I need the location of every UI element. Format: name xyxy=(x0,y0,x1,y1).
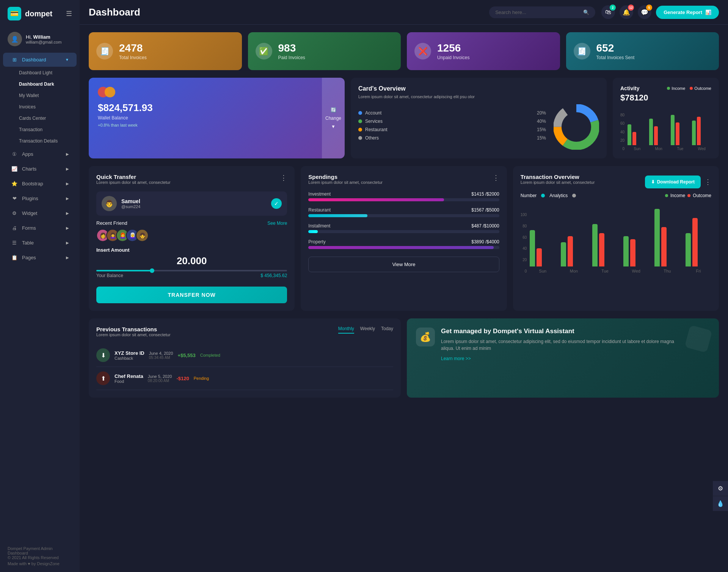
prev-transactions-card: Previous Transactions Lorem ipsum dolor … xyxy=(89,318,401,398)
sidebar-item-label: Charts xyxy=(22,166,36,172)
transfer-now-button[interactable]: TRANSFER NOW xyxy=(96,287,287,303)
progress-fill xyxy=(308,214,367,217)
bell-button[interactable]: 🔔 12 xyxy=(620,5,633,19)
download-report-button[interactable]: ⬇ Download Report xyxy=(645,176,701,188)
paid-invoices-number: 983 xyxy=(278,42,305,54)
generate-report-button[interactable]: Generate Report 📊 xyxy=(656,6,719,19)
donut-row: Account 20% Services 40% Restaurant 15% xyxy=(358,104,599,150)
nav-sub-item-cards[interactable]: Cards Center xyxy=(0,113,80,124)
balance-label: Your Balance xyxy=(96,273,123,278)
nav-sub-item-transaction-details[interactable]: Transaction Details xyxy=(0,135,80,147)
bar-green xyxy=(628,124,631,145)
bar-label-tue: Tue xyxy=(671,147,690,151)
tx-name: Chef Renata xyxy=(115,373,143,379)
widget-icon: ⚙ xyxy=(11,210,18,216)
activity-chart-area: 80 60 40 20 0 xyxy=(620,107,711,151)
va-learn-more-link[interactable]: Learn more >> xyxy=(441,356,471,361)
sidebar-item-label: Table xyxy=(22,240,34,246)
download-label: Download Report xyxy=(657,179,695,185)
see-all-link[interactable]: See More xyxy=(267,221,287,226)
chevron-right-icon: ▶ xyxy=(66,255,69,260)
tx-dots-menu[interactable]: ⋮ xyxy=(704,178,711,186)
sidebar-item-charts[interactable]: 📈 Charts ▶ xyxy=(3,162,77,176)
view-more-button[interactable]: View More xyxy=(308,257,499,272)
contact-handle: @sum224 xyxy=(121,204,140,209)
income-dot xyxy=(667,87,670,90)
bar-red xyxy=(537,248,542,266)
range-slider[interactable] xyxy=(96,270,287,271)
stat-cards: 🧾 2478 Total Invoices ✅ 983 Paid Invoice… xyxy=(89,32,719,70)
sidebar-item-label: Dashboard xyxy=(22,57,46,63)
chevron-down-icon: ▼ xyxy=(65,58,69,62)
sidebar-item-dashboard[interactable]: ⊞ Dashboard ▼ xyxy=(3,53,77,67)
contact-item: 👨 Samuel @sum224 ✓ xyxy=(96,191,287,216)
tx-amount: +$5,553 xyxy=(177,353,195,358)
theme-float-button[interactable]: 💧 xyxy=(713,496,728,511)
sidebar-item-bootstrap[interactable]: ⭐ Bootstrap ▶ xyxy=(3,177,77,191)
tab-weekly[interactable]: Weekly xyxy=(360,326,375,334)
sidebar-item-label: Forms xyxy=(22,225,36,231)
bar-chart xyxy=(628,107,711,145)
bag-badge: 2 xyxy=(610,5,616,11)
progress-bar xyxy=(308,198,499,201)
tx-sub: Cashback xyxy=(115,356,144,360)
nav-sub-item-dashboard-dark[interactable]: Dashboard Dark xyxy=(0,78,80,90)
spendings-card: Spendings Lorem ipsum dolor sit amet, co… xyxy=(301,166,507,311)
sidebar-item-plugins[interactable]: ❤ Plugins ▶ xyxy=(3,191,77,205)
dots-menu-button[interactable]: ⋮ xyxy=(280,174,287,182)
contact-details: Samuel @sum224 xyxy=(121,198,140,209)
spendings-dots-menu[interactable]: ⋮ xyxy=(493,174,499,182)
bar-label-mon: Mon xyxy=(561,269,587,273)
user-details: Hi, William william@gmail.com xyxy=(26,34,61,44)
tx-toggles: Number Analytics Income Outcome xyxy=(521,193,711,198)
tab-today[interactable]: Today xyxy=(381,326,393,334)
sidebar-item-apps[interactable]: ① Apps ▶ xyxy=(3,147,77,161)
change-button[interactable]: 🔄 Change ▼ xyxy=(322,78,345,158)
spending-item-installment: Installment $487 /$10000 xyxy=(308,223,499,233)
sidebar-item-widget[interactable]: ⚙ Widget ▶ xyxy=(3,206,77,220)
transaction-overview-card: Transaction Overview Lorem ipsum dolor s… xyxy=(513,166,719,311)
va-content: Get managed by Dompet's Virtual Assistan… xyxy=(441,328,681,361)
big-chart-area: 100 80 60 40 20 0 xyxy=(521,201,711,273)
bag-button[interactable]: 🛍 2 xyxy=(601,5,615,19)
apps-icon: ① xyxy=(11,151,18,157)
progress-bar xyxy=(308,246,499,249)
hamburger-icon[interactable]: ☰ xyxy=(66,9,72,18)
stat-card-total-invoices: 🧾 2478 Total Invoices xyxy=(89,32,242,70)
bar-label-sun: Sun xyxy=(628,147,647,151)
progress-bar xyxy=(308,214,499,217)
prev-tx-header: Previous Transactions Lorem ipsum dolor … xyxy=(96,326,393,342)
hi-label: Hi, xyxy=(26,34,32,40)
prev-tx-title-area: Previous Transactions Lorem ipsum dolor … xyxy=(96,326,171,342)
insert-label: Insert Amount xyxy=(96,247,287,253)
bar-red xyxy=(676,122,679,145)
search-input[interactable] xyxy=(495,9,580,15)
sidebar-item-table[interactable]: ☰ Table ▶ xyxy=(3,236,77,250)
tx-controls: ⬇ Download Report ⋮ xyxy=(645,176,711,188)
tab-monthly[interactable]: Monthly xyxy=(338,326,354,334)
settings-float-button[interactable]: ⚙ xyxy=(713,481,728,496)
chat-button[interactable]: 💬 5 xyxy=(638,5,651,19)
tx-info: Chef Renata Food xyxy=(115,373,143,384)
bar-group-sun xyxy=(530,230,555,266)
unpaid-invoices-number: 1256 xyxy=(437,42,469,54)
sidebar-item-pages[interactable]: 📋 Pages ▶ xyxy=(3,251,77,265)
friend-avatar-5[interactable]: 👧 xyxy=(136,229,149,242)
va-desc: Lorem ipsum dolor sit amet, consectetur … xyxy=(441,338,681,352)
nav-sub-item-dashboard-light[interactable]: Dashboard Light xyxy=(0,67,80,78)
outcome-dot xyxy=(687,194,690,197)
nav-sub-item-transaction[interactable]: Transaction xyxy=(0,124,80,135)
tx-sub: Food xyxy=(115,379,143,384)
sidebar-item-label: Plugins xyxy=(22,196,38,201)
sidebar-footer: Dompet Payment Admin Dashboard © 2021 Al… xyxy=(0,540,80,572)
nav-sub-item-wallet[interactable]: My Wallet xyxy=(0,90,80,101)
bar-green xyxy=(623,236,629,266)
nav-sub-item-invoices[interactable]: Invoices xyxy=(0,101,80,113)
tx-title-area: Transaction Overview Lorem ipsum dolor s… xyxy=(521,174,595,190)
balance-amount: $ 456,345.62 xyxy=(260,273,287,278)
sidebar-item-forms[interactable]: 🖨 Forms ▶ xyxy=(3,221,77,235)
legend-pct: 15% xyxy=(537,135,546,141)
spending-label: Restaurant $1567 /$5000 xyxy=(308,207,499,213)
bar-green xyxy=(649,119,653,145)
search-icon[interactable]: 🔍 xyxy=(583,9,589,15)
